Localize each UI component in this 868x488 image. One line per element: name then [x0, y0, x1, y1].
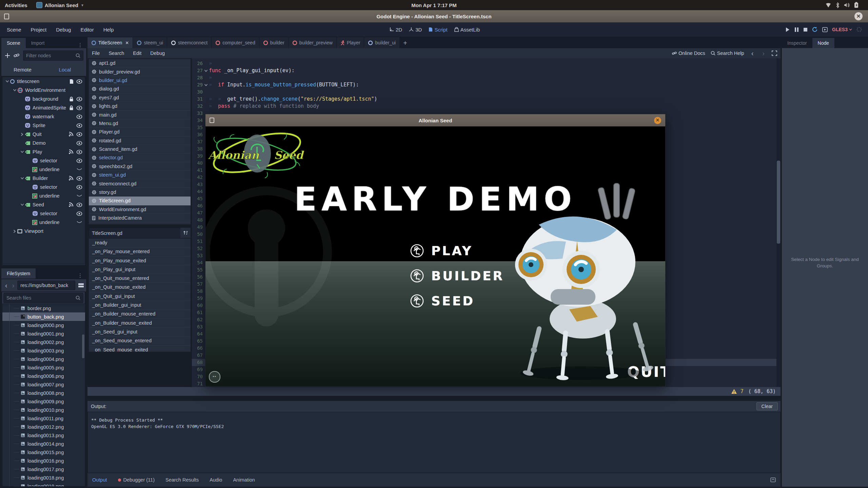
- visibility-icon[interactable]: [76, 106, 82, 110]
- tree-node-Sprite[interactable]: Sprite: [2, 121, 85, 130]
- script-item-builder_preview.gd[interactable]: builder_preview.gd: [89, 67, 191, 76]
- script-item-lights.gd[interactable]: lights.gd: [89, 102, 191, 110]
- view-mode-icon[interactable]: [78, 283, 84, 288]
- expander-open-icon[interactable]: [20, 177, 24, 180]
- visibility-icon[interactable]: [76, 211, 82, 216]
- code-line-28[interactable]: 28»: [192, 74, 781, 81]
- sort-methods-button[interactable]: [180, 228, 191, 238]
- method-item[interactable]: _on_Quit_mouse_entered: [89, 274, 191, 283]
- visibility-icon[interactable]: [76, 79, 82, 84]
- signal-icon[interactable]: [68, 176, 74, 181]
- tree-node-underline[interactable]: underline: [2, 165, 85, 174]
- tab-import[interactable]: Import: [26, 38, 50, 48]
- expander-open-icon[interactable]: [204, 84, 208, 86]
- script-item-WorldEnvironment.gd[interactable]: WorldEnvironment.gd: [89, 205, 191, 214]
- code-line-32[interactable]: 32»pass # replace with function body: [192, 103, 781, 110]
- add-node-button[interactable]: [5, 53, 10, 58]
- instance-scene-button[interactable]: [14, 53, 20, 58]
- tree-node-titlescreen[interactable]: titlescreen: [2, 77, 85, 86]
- method-item[interactable]: _on_Seed_mouse_exited: [89, 346, 191, 352]
- scene-tab-Player[interactable]: Player: [337, 37, 364, 48]
- script-item-apt1.gd[interactable]: apt1.gd: [89, 59, 191, 67]
- method-item[interactable]: _on_Seed_mouse_entered: [89, 337, 191, 345]
- workspace-3d[interactable]: 3D: [407, 26, 424, 34]
- script-item-TitleScreen.gd[interactable]: TitleScreen.gd: [89, 197, 191, 205]
- file-item[interactable]: loading0018.png: [2, 473, 85, 482]
- menu-search[interactable]: Search: [104, 50, 129, 56]
- code-line-31[interactable]: 31»»get_tree().change_scene("res://Stage…: [192, 96, 781, 103]
- file-item[interactable]: loading0015.png: [2, 448, 85, 456]
- file-item[interactable]: loading0014.png: [2, 440, 85, 448]
- visibility-icon[interactable]: [76, 97, 82, 101]
- file-item[interactable]: button_back.png: [2, 312, 85, 321]
- script-item-story.gd[interactable]: story.gd: [89, 188, 191, 197]
- script-item-steemconnect.gd[interactable]: steemconnect.gd: [89, 179, 191, 188]
- online-docs-button[interactable]: Online Docs: [672, 50, 705, 56]
- panel-expand-icon[interactable]: [770, 477, 776, 482]
- visibility-icon[interactable]: [76, 203, 82, 207]
- tree-node-AnimatedSprite[interactable]: AnimatedSprite: [2, 103, 85, 112]
- scrollbar-thumb[interactable]: [777, 161, 780, 244]
- scene-tree[interactable]: titlescreenWorldEnvironmentbackgroundAni…: [2, 77, 85, 266]
- scene-tab-steem_ui[interactable]: steem_ui: [133, 37, 167, 48]
- script-list[interactable]: apt1.gdbuilder_preview.gdbuilder_ui.gddi…: [89, 59, 191, 224]
- file-item[interactable]: loading0004.png: [2, 355, 85, 363]
- file-item[interactable]: loading0010.png: [2, 406, 85, 414]
- history-back-button[interactable]: ‹: [750, 49, 755, 57]
- visibility-icon[interactable]: [76, 132, 82, 137]
- file-item[interactable]: loading0016.png: [2, 456, 85, 465]
- scene-tab-builder_preview[interactable]: builder_preview: [289, 37, 337, 48]
- tree-node-Demo[interactable]: Demo: [2, 139, 85, 147]
- scrollbar[interactable]: [82, 334, 84, 358]
- activities-button[interactable]: Activities: [5, 2, 27, 8]
- workspace-assetlib[interactable]: AssetLib: [452, 26, 482, 34]
- tree-node-WorldEnvironment[interactable]: WorldEnvironment: [2, 86, 85, 95]
- expander-closed-icon[interactable]: [13, 229, 16, 233]
- scene-tab-builder_ui[interactable]: builder_ui: [364, 37, 400, 48]
- visibility-icon[interactable]: [76, 123, 82, 128]
- local-button[interactable]: Local: [44, 67, 86, 73]
- new-scene-tab-button[interactable]: +: [400, 38, 411, 48]
- expander-closed-icon[interactable]: [21, 133, 23, 136]
- script-item-Scanned_item.gd[interactable]: Scanned_item.gd: [89, 145, 191, 154]
- fold-slot[interactable]: [203, 67, 209, 74]
- file-item[interactable]: loading0006.png: [2, 372, 85, 380]
- scene-tab-TitleScreen[interactable]: TitleScreen✕: [87, 37, 133, 48]
- expander-open-icon[interactable]: [20, 203, 24, 206]
- menu-editor[interactable]: Editor: [76, 27, 98, 33]
- search-help-button[interactable]: Search Help: [711, 50, 744, 56]
- nav-forward-button[interactable]: ›: [11, 282, 16, 289]
- script-item-speechbox2.gd[interactable]: speechbox2.gd: [89, 162, 191, 171]
- tree-node-Play[interactable]: Play: [2, 147, 85, 156]
- tree-node-underline[interactable]: underline: [2, 218, 85, 227]
- clock[interactable]: Mon Apr 1 7:17 PM: [405, 2, 463, 8]
- tab-scene[interactable]: Scene: [1, 38, 26, 48]
- tree-node-underline[interactable]: underline: [2, 191, 85, 200]
- visibility-icon[interactable]: [76, 185, 82, 189]
- scene-tab-builder[interactable]: builder: [259, 37, 289, 48]
- signal-icon[interactable]: [68, 202, 74, 207]
- scene-tab-steemconnect[interactable]: steemconnect: [167, 37, 212, 48]
- visibility-icon[interactable]: [76, 176, 82, 181]
- method-item[interactable]: _on_Builder_mouse_exited: [89, 319, 191, 328]
- close-tab-icon[interactable]: ✕: [125, 40, 129, 45]
- file-item[interactable]: loading0011.png: [2, 414, 85, 423]
- expander-open-icon[interactable]: [13, 89, 17, 92]
- game-menu-item-PLAY[interactable]: PLAY: [410, 238, 504, 263]
- game-titlebar[interactable]: Allonian Seed ✕: [205, 114, 665, 126]
- signal-icon[interactable]: [68, 149, 74, 154]
- dock-menu-icon[interactable]: ⋮: [74, 42, 86, 48]
- path-field[interactable]: res://imgs/button_back: [17, 281, 75, 290]
- attached-script-icon[interactable]: [69, 79, 74, 84]
- code-line-30[interactable]: 30: [192, 88, 781, 96]
- method-item[interactable]: _on_Quit_mouse_exited: [89, 283, 191, 292]
- method-item[interactable]: _on_Play_gui_input: [89, 265, 191, 274]
- tree-node-background[interactable]: background: [2, 95, 85, 103]
- tree-node-Builder[interactable]: Builder: [2, 174, 85, 183]
- visibility-icon[interactable]: [76, 141, 82, 145]
- clear-button[interactable]: Clear: [756, 402, 778, 410]
- menu-debug[interactable]: Debug: [146, 50, 169, 56]
- tab-node[interactable]: Node: [812, 38, 834, 48]
- fold-slot[interactable]: [203, 81, 209, 88]
- menu-project[interactable]: Project: [26, 27, 52, 33]
